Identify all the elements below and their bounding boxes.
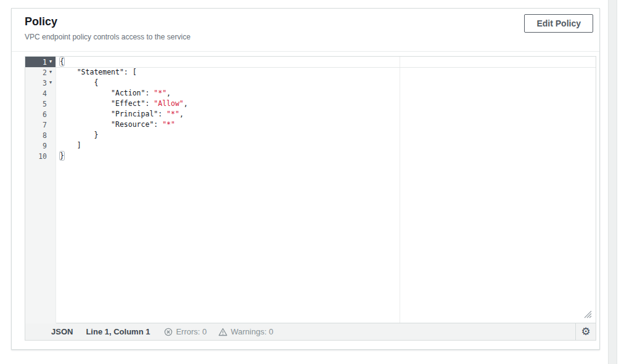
editor-line-6[interactable]: "Principal": "*", — [60, 109, 596, 119]
page-scrollbar[interactable] — [608, 0, 617, 364]
edit-policy-button[interactable]: Edit Policy — [524, 14, 593, 33]
line-number: 3 — [43, 79, 47, 87]
json-plain-token: ] — [60, 141, 81, 150]
editor-status-bar: JSON Line 1, Column 1 Errors: 0 Warnings… — [25, 323, 596, 340]
editor-line-8[interactable]: } — [60, 130, 596, 140]
policy-json-editor[interactable]: 1▼2▼3▼45678910 { "Statement": [ { "Actio… — [25, 56, 596, 341]
editor-gutter: 1▼2▼3▼45678910 — [25, 57, 56, 323]
gutter-line-5: 5 — [25, 99, 55, 109]
json-plain-token: "Action": — [60, 89, 154, 97]
fold-caret-down-icon[interactable]: ▼ — [47, 57, 54, 67]
cursor-position-label: Line 1, Column 1 — [86, 327, 150, 336]
gutter-line-7: 7 — [25, 119, 55, 130]
gutter-line-6: 6 — [25, 109, 55, 119]
editor-line-1[interactable]: { — [60, 57, 596, 67]
errors-status: Errors: 0 — [164, 327, 207, 336]
line-number: 7 — [43, 121, 47, 129]
json-plain-token: , — [179, 110, 184, 118]
line-number: 8 — [43, 131, 47, 140]
json-string-token: "*" — [154, 89, 166, 97]
line-number: 10 — [38, 152, 47, 161]
panel-header: Policy VPC endpoint policy controls acce… — [12, 9, 599, 52]
editor-line-3[interactable]: { — [60, 78, 596, 88]
json-plain-token: , — [166, 89, 171, 97]
json-plain-token: "Principal": — [60, 110, 166, 118]
errors-count-label: Errors: 0 — [176, 327, 207, 336]
editor-settings-button[interactable]: ⚙ — [575, 323, 596, 340]
circle-x-error-icon — [164, 328, 173, 336]
json-plain-token: "Statement": [ — [60, 68, 137, 76]
matched-bracket-token: { — [60, 57, 64, 66]
editor-mode-label: JSON — [51, 327, 73, 336]
active-line-highlight — [25, 67, 596, 68]
line-number: 6 — [43, 110, 47, 119]
editor-line-4[interactable]: "Action": "*", — [60, 88, 596, 99]
editor-line-7[interactable]: "Resource": "*" — [60, 119, 596, 130]
json-plain-token: "Effect": — [60, 99, 154, 108]
editor-line-5[interactable]: "Effect": "Allow", — [60, 99, 596, 109]
json-plain-token: "Resource": — [60, 120, 162, 129]
gear-icon: ⚙ — [581, 326, 590, 337]
line-number: 2 — [43, 68, 47, 77]
gutter-line-8: 8 — [25, 130, 55, 140]
gutter-line-4: 4 — [25, 88, 55, 99]
editor-line-2[interactable]: "Statement": [ — [60, 67, 596, 78]
panel-subtitle: VPC endpoint policy controls access to t… — [25, 33, 586, 42]
resize-grip-icon[interactable] — [584, 310, 592, 318]
gutter-line-9: 9 — [25, 140, 55, 151]
fold-caret-down-icon[interactable]: ▼ — [47, 78, 54, 88]
json-plain-token: } — [60, 131, 98, 139]
gutter-line-10: 10 — [25, 151, 55, 161]
editor-line-10[interactable]: } — [60, 151, 596, 161]
panel-title: Policy — [25, 14, 586, 29]
line-number: 1 — [43, 58, 47, 67]
gutter-line-3[interactable]: 3▼ — [25, 78, 55, 88]
matched-bracket-token: } — [60, 152, 64, 160]
editor-line-9[interactable]: ] — [60, 140, 596, 151]
json-plain-token: { — [60, 78, 98, 87]
editor-code-area[interactable]: 1▼2▼3▼45678910 { "Statement": [ { "Actio… — [25, 57, 596, 323]
warnings-count-label: Warnings: 0 — [231, 327, 273, 336]
gutter-line-2[interactable]: 2▼ — [25, 67, 55, 78]
policy-panel: Policy VPC endpoint policy controls acce… — [11, 8, 600, 350]
line-number: 9 — [43, 142, 47, 150]
line-number: 5 — [43, 100, 47, 108]
json-string-token: "*" — [162, 120, 175, 129]
editor-code[interactable]: { "Statement": [ { "Action": "*", "Effec… — [57, 57, 596, 323]
warning-triangle-icon — [218, 328, 228, 336]
line-number: 4 — [43, 89, 47, 98]
json-plain-token: , — [184, 99, 188, 108]
json-string-token: "*" — [166, 110, 179, 118]
json-string-token: "Allow" — [154, 99, 183, 108]
fold-caret-down-icon[interactable]: ▼ — [47, 67, 54, 78]
warnings-status: Warnings: 0 — [218, 327, 273, 336]
gutter-line-1[interactable]: 1▼ — [25, 57, 55, 67]
